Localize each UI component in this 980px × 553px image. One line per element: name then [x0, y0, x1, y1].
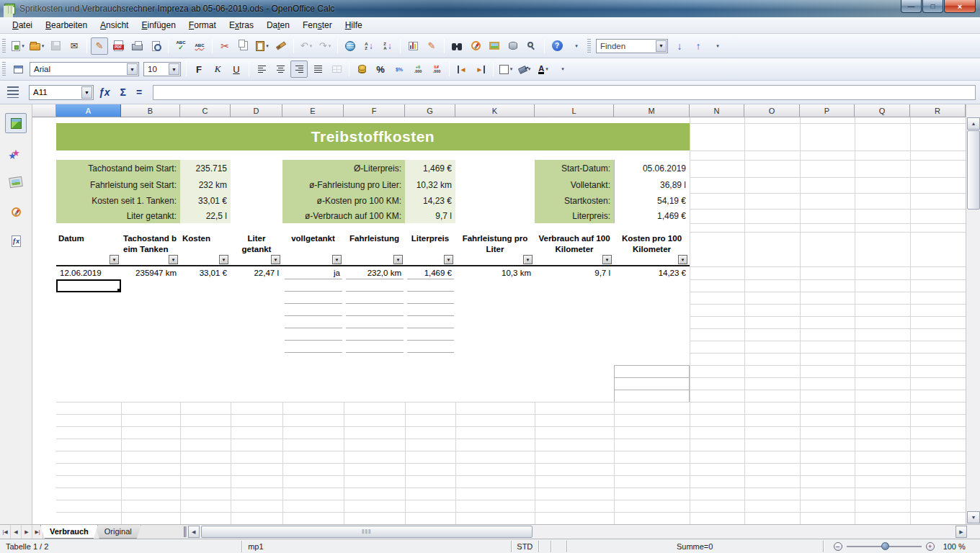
zoom-out-button[interactable]: –	[834, 542, 842, 551]
bold-button[interactable]: F	[190, 60, 208, 78]
sheet-position-field[interactable]: Tabelle 1 / 2	[0, 541, 242, 552]
autofilter-button-6[interactable]: ▼	[393, 255, 403, 264]
minimize-button[interactable]: —	[901, 0, 922, 13]
column-header-N[interactable]: N	[690, 104, 744, 117]
autofilter-button-7[interactable]: ▼	[444, 255, 453, 264]
edit-file-button[interactable]: ✎	[91, 37, 108, 55]
menu-datei[interactable]: Datei	[6, 19, 39, 32]
font-size-combo[interactable]: 10▼	[143, 62, 181, 76]
function-button[interactable]: =	[136, 86, 142, 98]
autospellcheck-button[interactable]: ABC	[191, 37, 208, 55]
formula-input-line[interactable]	[153, 85, 976, 100]
column-header-G[interactable]: G	[405, 104, 455, 117]
vertical-scrollbar[interactable]: ▲ ▼	[966, 104, 980, 524]
find-input[interactable]: Finden▼	[596, 39, 668, 53]
table-cell-row10-6[interactable]: 232,0 km	[344, 266, 405, 279]
close-button[interactable]: ×	[944, 0, 976, 13]
toolbar-grip[interactable]	[2, 39, 6, 53]
sidebar-navigator-button[interactable]	[5, 202, 27, 222]
add-decimal-button[interactable]: +0.000	[409, 60, 427, 78]
scroll-left-button[interactable]: ◀	[188, 526, 200, 538]
find-previous-button[interactable]: ↑	[690, 37, 707, 55]
sidebar-functions-button[interactable]: ƒx	[5, 231, 27, 251]
data-sources-button[interactable]	[504, 37, 522, 55]
autofilter-button-8[interactable]: ▼	[523, 255, 533, 264]
hyperlink-button[interactable]	[342, 37, 359, 55]
scroll-right-button[interactable]: ▶	[956, 526, 967, 538]
align-left-button[interactable]	[253, 60, 270, 78]
column-header-D[interactable]: D	[231, 104, 282, 117]
sidebar-menu-icon[interactable]	[7, 86, 19, 98]
delete-decimal-button[interactable]: 0✗.000	[428, 60, 445, 78]
styles-formatting-button[interactable]	[9, 60, 27, 78]
table-cell-row10-5[interactable]: ja	[282, 266, 344, 279]
paste-button[interactable]: ▾	[254, 37, 271, 55]
menu-hilfe[interactable]: Hilfe	[339, 19, 369, 32]
page-style-field[interactable]: mp1	[242, 541, 512, 552]
table-cell-row10-9[interactable]: 9,7 l	[535, 266, 614, 279]
sum-button[interactable]: Σ	[120, 86, 126, 98]
table-cell-row10-7[interactable]: 1,469 €	[405, 266, 455, 279]
autofilter-button-3[interactable]: ▼	[219, 255, 228, 264]
horizontal-scrollbar[interactable]: ◀ ⦀⦀⦀ ▶	[188, 525, 980, 539]
sheet-canvas[interactable]: Treibstoffkosten Tachostand beim Start: …	[32, 117, 966, 524]
email-button[interactable]: ✉	[66, 37, 83, 55]
new-document-button[interactable]: ▾	[9, 37, 27, 55]
table-cell-row10-1[interactable]: 12.06.2019	[56, 266, 121, 279]
currency-format-button[interactable]	[353, 60, 370, 78]
vertical-scroll-thumb[interactable]	[967, 130, 980, 210]
column-header-C[interactable]: C	[180, 104, 231, 117]
tab-splitter-handle[interactable]	[184, 526, 187, 537]
horizontal-scroll-thumb[interactable]: ⦀⦀⦀	[201, 526, 533, 538]
previous-sheet-button[interactable]: ◀	[11, 525, 22, 539]
autofilter-button-5[interactable]: ▼	[332, 255, 342, 264]
redo-button[interactable]: ↷▾	[316, 37, 334, 55]
italic-button[interactable]: K	[209, 60, 226, 78]
menu-bearbeiten[interactable]: Bearbeiten	[39, 19, 94, 32]
autofilter-button-4[interactable]: ▼	[271, 255, 280, 264]
toolbar-overflow-button[interactable]: ▾	[567, 37, 584, 55]
clone-formatting-button[interactable]	[272, 37, 290, 55]
background-color-button[interactable]: ▾	[516, 60, 533, 78]
find-replace-button[interactable]	[448, 37, 466, 55]
column-header-P[interactable]: P	[800, 104, 855, 117]
gallery-button[interactable]	[486, 37, 503, 55]
column-header-E[interactable]: E	[282, 104, 344, 117]
column-header-O[interactable]: O	[744, 104, 800, 117]
formatting-overflow-button[interactable]: ▾	[553, 60, 571, 78]
column-header-M[interactable]: M	[614, 104, 690, 117]
menu-einfuegen[interactable]: Einfügen	[135, 19, 182, 32]
export-pdf-button[interactable]: PDF	[110, 37, 127, 55]
zoom-slider-thumb[interactable]	[881, 542, 889, 550]
insert-mode-field[interactable]: STD	[512, 541, 539, 552]
column-header-A[interactable]: A	[56, 104, 121, 117]
merge-cells-button[interactable]	[328, 60, 345, 78]
menu-format[interactable]: Format	[182, 19, 223, 32]
increase-indent-button[interactable]: ►	[472, 60, 489, 78]
autofilter-button-9[interactable]: ▼	[602, 255, 612, 264]
print-button[interactable]	[128, 37, 146, 55]
table-cell-row10-8[interactable]: 10,3 km	[455, 266, 535, 279]
function-wizard-button[interactable]: ƒx	[99, 86, 110, 98]
sort-descending-button[interactable]: ZA↓	[379, 37, 396, 55]
name-box-dropdown-icon[interactable]: ▼	[81, 86, 92, 99]
autofilter-button-1[interactable]: ▼	[110, 255, 119, 264]
navigator-button[interactable]	[467, 37, 484, 55]
help-button[interactable]: ?	[548, 37, 566, 55]
zoom-slider-track[interactable]	[847, 546, 922, 547]
name-box[interactable]: A11▼	[29, 85, 94, 100]
undo-button[interactable]: ↶▾	[298, 37, 315, 55]
zoom-button[interactable]	[523, 37, 540, 55]
table-cell-row10-10[interactable]: 14,23 €	[614, 266, 690, 279]
menu-ansicht[interactable]: Ansicht	[94, 19, 135, 32]
font-color-button[interactable]: A▾	[535, 60, 552, 78]
column-header-K[interactable]: K	[455, 104, 535, 117]
draw-functions-button[interactable]: ✎	[423, 37, 440, 55]
column-header-B[interactable]: B	[121, 104, 180, 117]
find-toolbar-grip[interactable]	[587, 39, 591, 53]
spellcheck-button[interactable]: ABC✓	[172, 37, 190, 55]
align-justify-button[interactable]	[309, 60, 326, 78]
underline-button[interactable]: U	[228, 60, 245, 78]
decrease-indent-button[interactable]: ◄	[453, 60, 471, 78]
find-next-button[interactable]: ↓	[671, 37, 688, 55]
